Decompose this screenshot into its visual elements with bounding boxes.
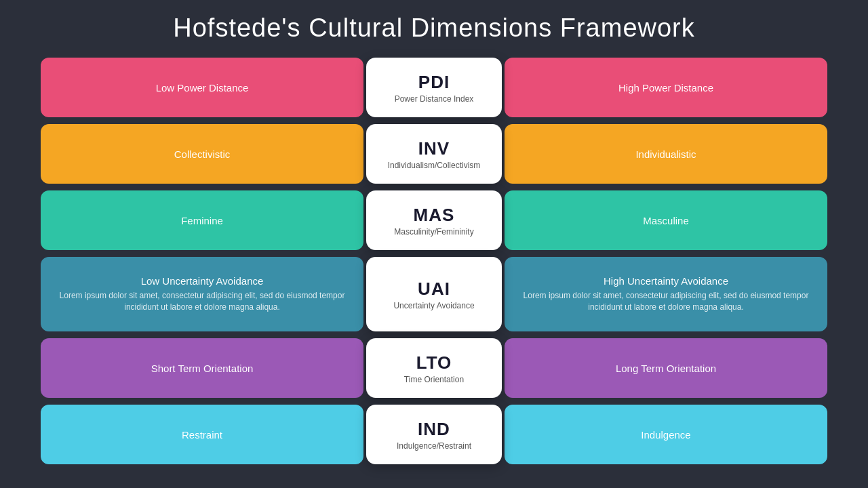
full-label-mas: Masculinity/Femininity xyxy=(394,227,473,237)
right-card-uai: High Uncertainty AvoidanceLorem ipsum do… xyxy=(505,257,827,331)
abbr-inv: INV xyxy=(418,138,450,159)
left-card-uai: Low Uncertainty AvoidanceLorem ipsum dol… xyxy=(41,257,363,331)
right-label-uai: High Uncertainty Avoidance xyxy=(604,275,728,287)
row-lto: Short Term OrientationLTOTime Orientatio… xyxy=(41,338,827,398)
full-label-inv: Individualism/Collectivism xyxy=(388,161,481,170)
center-card-uai: UAIUncertainty Avoidance xyxy=(366,257,502,331)
abbr-uai: UAI xyxy=(418,279,450,300)
right-card-mas: Masculine xyxy=(505,190,827,250)
right-label-pdi: High Power Distance xyxy=(618,82,713,94)
left-label-ind: Restraint xyxy=(182,429,222,441)
left-label-uai: Low Uncertainty Avoidance xyxy=(141,275,264,287)
center-card-lto: LTOTime Orientation xyxy=(366,338,502,398)
left-card-pdi: Low Power Distance xyxy=(41,58,363,117)
abbr-pdi: PDI xyxy=(418,72,450,93)
page-title: Hofstede's Cultural Dimensions Framework xyxy=(173,14,695,43)
right-sublabel-uai: Lorem ipsum dolor sit amet, consectetur … xyxy=(515,290,816,313)
row-pdi: Low Power DistancePDIPower Distance Inde… xyxy=(41,58,827,117)
abbr-lto: LTO xyxy=(416,352,452,373)
full-label-ind: Indulgence/Restraint xyxy=(397,441,471,451)
left-card-mas: Feminine xyxy=(41,190,363,250)
right-label-mas: Masculine xyxy=(643,215,689,226)
row-inv: CollectivisticINVIndividualism/Collectiv… xyxy=(41,124,827,184)
abbr-mas: MAS xyxy=(414,205,455,226)
left-label-pdi: Low Power Distance xyxy=(156,82,249,94)
left-label-mas: Feminine xyxy=(181,215,223,226)
left-sublabel-uai: Lorem ipsum dolor sit amet, consectetur … xyxy=(52,290,353,313)
left-card-ind: Restraint xyxy=(41,405,363,464)
left-card-inv: Collectivistic xyxy=(41,124,363,184)
center-card-pdi: PDIPower Distance Index xyxy=(366,58,502,117)
full-label-lto: Time Orientation xyxy=(404,375,464,384)
abbr-ind: IND xyxy=(418,419,450,440)
left-label-lto: Short Term Orientation xyxy=(151,363,254,374)
right-label-inv: Individualistic xyxy=(635,148,696,160)
right-card-pdi: High Power Distance xyxy=(505,58,827,117)
center-card-mas: MASMasculinity/Femininity xyxy=(366,190,502,250)
left-card-lto: Short Term Orientation xyxy=(41,338,363,398)
framework-container: Low Power DistancePDIPower Distance Inde… xyxy=(41,58,827,464)
right-card-inv: Individualistic xyxy=(505,124,827,184)
row-ind: RestraintINDIndulgence/RestraintIndulgen… xyxy=(41,405,827,464)
center-card-ind: INDIndulgence/Restraint xyxy=(366,405,502,464)
right-card-ind: Indulgence xyxy=(505,405,827,464)
center-card-inv: INVIndividualism/Collectivism xyxy=(366,124,502,184)
left-label-inv: Collectivistic xyxy=(174,148,231,160)
row-uai: Low Uncertainty AvoidanceLorem ipsum dol… xyxy=(41,257,827,331)
full-label-pdi: Power Distance Index xyxy=(395,94,474,104)
right-label-lto: Long Term Orientation xyxy=(616,363,716,374)
full-label-uai: Uncertainty Avoidance xyxy=(393,301,474,310)
right-label-ind: Indulgence xyxy=(641,429,690,441)
right-card-lto: Long Term Orientation xyxy=(505,338,827,398)
row-mas: FeminineMASMasculinity/FemininityMasculi… xyxy=(41,190,827,250)
